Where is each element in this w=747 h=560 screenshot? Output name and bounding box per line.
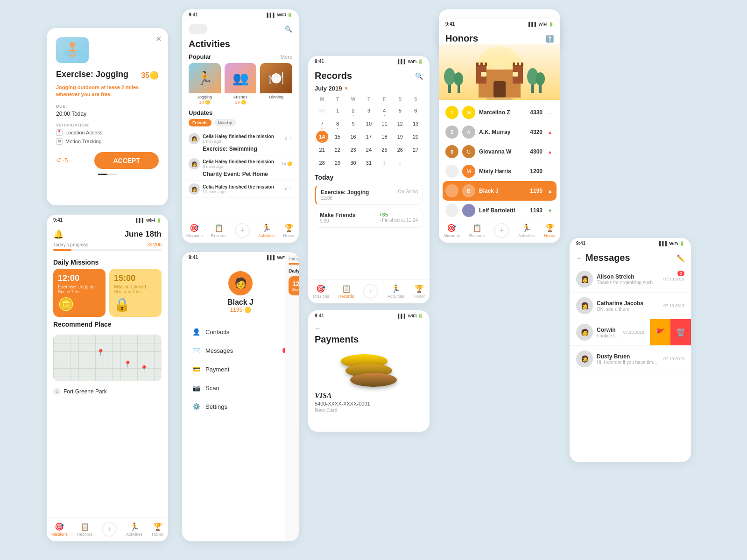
nav-records[interactable]: 📋 Records [77,522,93,537]
close-button[interactable]: ✕ [155,35,162,43]
nav-honor[interactable]: 🏆Honor [413,284,425,299]
search-icon[interactable]: 🔍 [285,26,292,33]
calendar-day-1[interactable]: 1 [331,105,344,117]
calendar-day-31[interactable]: 31 [363,157,375,169]
menu-item-scan[interactable]: 📷 Scan [182,378,299,397]
calendar-day-18[interactable]: 18 [378,131,390,143]
accept-button[interactable]: ACCEPT [94,152,159,169]
lb-trend-2: ▲ [546,130,554,135]
nav-missions[interactable]: 🎯 Missions [51,522,68,537]
nav-activities[interactable]: 🏃 Activities [126,522,143,537]
calendar-day-14[interactable]: 14 [316,131,328,143]
calendar-day-20[interactable]: 20 [409,131,422,143]
calendar-day-11[interactable]: 11 [378,118,390,130]
nav-add-button[interactable]: + [494,223,509,238]
msg-alison[interactable]: 👩 Alison Streich Thanks for organizing s… [570,266,691,293]
calendar-day-6[interactable]: 6 [409,105,422,117]
honors-screen: 9:41 ▌▌▌ WiFi 🔋 Honors ⬆️ [439,19,560,243]
filter-friends[interactable]: Friends [189,119,211,126]
back-button[interactable]: ← [576,254,583,262]
activity-card-dining[interactable]: 🍽️ Dinning [260,63,292,105]
search-icon[interactable]: 🔍 [415,72,423,80]
calendar-day-17[interactable]: 17 [363,131,375,143]
calendar-dropdown[interactable]: ▼ [344,86,349,91]
activity-card-jogging[interactable]: 🏃 Jogging 13 🟡 [189,63,221,105]
calendar-day-28[interactable]: 28 [316,157,328,169]
nav-add-button[interactable]: + [102,522,117,537]
scroll-indicator [98,174,117,175]
calendar-day-16[interactable]: 16 [347,131,359,143]
filter-nearby[interactable]: Nearby [214,119,236,126]
calendar-day-26[interactable]: 26 [394,144,406,156]
svg-point-1 [70,42,75,48]
activity-card-friends[interactable]: 👥 Friends 19 🟡 [225,63,257,105]
nav-missions[interactable]: 🎯Missions [186,224,203,238]
nav-missions[interactable]: 🎯Missions [444,224,460,238]
leaderboard: 1 M Marcelino Z 4330 — 2 A A.K. Murray 4… [439,100,560,223]
calendar-day-33[interactable]: 2 [394,157,406,169]
more-link[interactable]: More [281,54,292,60]
nav-honor[interactable]: 🏆Honor [544,224,556,238]
nav-add-button[interactable]: + [363,284,378,299]
msg-dusty[interactable]: 🧔 Dusty Bruen Hi, I wonder if you have t… [570,346,691,372]
flag-button[interactable]: 🚩 [650,319,670,345]
calendar-day-5[interactable]: 5 [394,105,406,117]
back-button[interactable]: ← [315,325,423,332]
nav-activities[interactable]: 🏃Activities [518,224,535,238]
calendar-day-9[interactable]: 9 [347,118,359,130]
update-item-1: 👩 Celia Haley finished the mission 1 min… [182,130,299,155]
calendar-day-7[interactable]: 7 [316,118,328,130]
calendar-day-29[interactable]: 29 [331,157,344,169]
nav-records[interactable]: 📋Records [211,224,227,238]
calendar-day-32[interactable]: 1 [378,157,390,169]
calendar-day-0[interactable]: 30 [316,105,328,117]
search-toggle[interactable] [189,24,207,34]
nav-add-button[interactable]: + [235,223,250,238]
delete-button[interactable]: 🗑️ [670,319,691,345]
calendar-day-24[interactable]: 24 [363,144,375,156]
nav-records[interactable]: 📋Records [469,224,485,238]
calendar-day-30[interactable]: 30 [347,157,359,169]
calendar-day-8[interactable]: 8 [331,118,344,130]
nav-activities[interactable]: 🏃Activities [388,284,404,299]
calendar-day-13[interactable]: 13 [409,118,422,130]
menu-item-settings[interactable]: ⚙️ Settings [182,397,299,416]
nav-records[interactable]: 📋Records [338,284,354,299]
nav-honor[interactable]: 🏆Honor [283,224,295,238]
calendar-day-3[interactable]: 3 [363,105,375,117]
menu-item-messages[interactable]: ✉️ Messages 2 [182,341,299,360]
map-view[interactable]: 📍 📍 📍 [53,335,162,381]
new-card-option[interactable]: New Card [315,407,423,413]
nav-honor[interactable]: 🏆 Honor [152,522,163,537]
calendar-day-10[interactable]: 10 [363,118,375,130]
msg-name-corwin: Corwin [597,327,620,333]
mission-card-jogging[interactable]: 12:00 Exercise: Jogging Due in 7 hrs 🪙 [53,269,106,317]
notification-icon[interactable]: 🔔 [53,229,63,239]
share-icon[interactable]: ⬆️ [546,35,554,42]
minus-button[interactable]: ↺ -5 [56,157,68,164]
msg-corwin[interactable]: 🧑 Corwin r notice that 07.10.2019 🚩 🗑️ [570,319,691,346]
today-event-jogging[interactable]: Exercise: Jogging 12:00 - On Going [315,185,423,205]
calendar-day-12[interactable]: 12 [394,118,406,130]
compose-icon[interactable]: ✏️ [677,254,684,262]
calendar-day-25[interactable]: 25 [378,144,390,156]
nav-honor-label: Honor [283,233,295,238]
calendar-day-2[interactable]: 2 [347,105,359,117]
time-display: 9:41 [53,217,63,223]
calendar-day-27[interactable]: 27 [409,144,422,156]
msg-catharine[interactable]: 👩 Catharine Jacobs OK, see u there 07.10… [570,293,691,319]
mission-card-locked[interactable]: 15:00 Mission Locked Unlock in 2 hrs 🔒 [109,269,162,317]
activities-icon: 🏃 [522,224,531,232]
today-event-friends[interactable]: Make Friends 9:00 +35 - Finished at 11:2… [315,208,423,228]
calendar-day-22[interactable]: 22 [331,144,344,156]
calendar-day-21[interactable]: 21 [316,144,328,156]
menu-item-contacts[interactable]: 👤 Contacts [182,322,299,341]
nav-missions[interactable]: 🎯Missions [313,284,329,299]
msg-time-catharine: 07.10.2019 [663,303,684,308]
menu-item-payment[interactable]: 💳 Payment [182,360,299,378]
calendar-day-4[interactable]: 4 [378,105,390,117]
calendar-day-15[interactable]: 15 [331,131,344,143]
calendar-day-19[interactable]: 19 [394,131,406,143]
nav-activities[interactable]: 🏃Activities [258,224,275,238]
calendar-day-23[interactable]: 23 [347,144,359,156]
